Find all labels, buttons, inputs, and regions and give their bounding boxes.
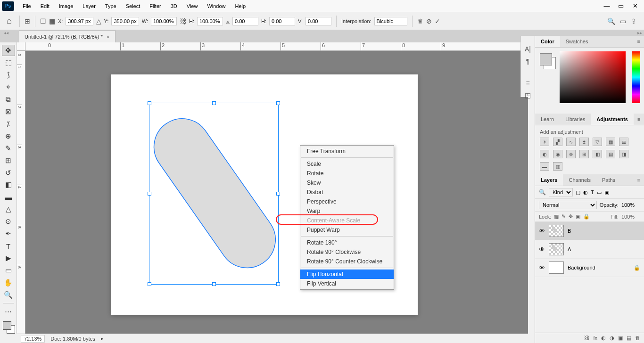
- adjustment-layer-icon[interactable]: ◑: [610, 335, 614, 341]
- h-value[interactable]: 100.00%: [197, 17, 223, 25]
- color-tab[interactable]: Color: [535, 36, 560, 47]
- ruler-horizontal[interactable]: 0123456789: [25, 42, 528, 51]
- pen-tool[interactable]: ✒: [2, 228, 15, 239]
- context-rotate-90-counter-clockwise[interactable]: Rotate 90° Counter Clockwise: [300, 257, 394, 266]
- transform-handle-e[interactable]: [276, 192, 280, 196]
- menu-edit[interactable]: Edit: [36, 1, 54, 11]
- eyedropper-tool[interactable]: ⁒: [2, 118, 15, 130]
- type-tool[interactable]: T: [2, 240, 15, 252]
- gradient-tool[interactable]: ▬: [2, 191, 15, 203]
- eraser-tool[interactable]: ◧: [2, 179, 15, 190]
- minimize-button[interactable]: —: [600, 1, 614, 11]
- blend-mode-select[interactable]: Normal: [539, 201, 597, 209]
- color-swatches[interactable]: [2, 320, 15, 334]
- interpolation-value[interactable]: Bicubic: [374, 17, 407, 25]
- menu-3d[interactable]: 3D: [166, 1, 182, 11]
- brush-tool[interactable]: ✎: [2, 143, 15, 154]
- doc-info-chevron-icon[interactable]: ▸: [101, 335, 104, 342]
- bw-icon[interactable]: ◐: [540, 150, 549, 158]
- layer-thumbnail[interactable]: [549, 225, 564, 237]
- levels-icon[interactable]: ▞: [553, 138, 562, 146]
- layer-name[interactable]: B: [568, 228, 571, 234]
- transform-handle-se[interactable]: [276, 282, 280, 286]
- context-scale[interactable]: Scale: [300, 159, 394, 169]
- curves-icon[interactable]: ∿: [566, 138, 576, 146]
- context-puppet-warp[interactable]: Puppet Warp: [300, 225, 394, 235]
- shape-tool[interactable]: ▭: [2, 265, 15, 276]
- layer-visibility-icon[interactable]: 👁: [539, 264, 545, 271]
- menu-window[interactable]: Window: [202, 1, 230, 11]
- layers-tab[interactable]: Layers: [535, 174, 563, 186]
- tab-close-icon[interactable]: ×: [107, 34, 109, 40]
- transform-handle-sw[interactable]: [148, 282, 151, 286]
- adjustments-tab[interactable]: Adjustments: [591, 114, 634, 125]
- paragraph-panel-icon[interactable]: ¶: [526, 57, 530, 65]
- channel-mixer-icon[interactable]: ⊚: [566, 150, 576, 158]
- exposure-icon[interactable]: ±: [579, 138, 589, 146]
- magic-wand-tool[interactable]: ✧: [2, 82, 15, 93]
- dock-handle-icon[interactable]: ◂◂: [4, 30, 8, 35]
- transform-bounding-box[interactable]: [149, 103, 279, 285]
- workspace-icon[interactable]: ▭: [620, 17, 626, 25]
- filter-pixel-icon[interactable]: ▢: [576, 189, 580, 196]
- fg-color-indicator[interactable]: [540, 53, 552, 65]
- lock-pixels-icon[interactable]: ✎: [561, 213, 566, 220]
- context-distort[interactable]: Distort: [300, 188, 394, 197]
- layer-row[interactable]: 👁Background🔒: [535, 259, 644, 277]
- group-icon[interactable]: ▣: [618, 335, 623, 341]
- hand-tool[interactable]: ✋: [2, 277, 15, 288]
- layer-visibility-icon[interactable]: 👁: [539, 246, 545, 253]
- move-tool[interactable]: ✥: [2, 45, 15, 56]
- layer-row[interactable]: 👁A: [535, 240, 644, 259]
- hskew-value[interactable]: 0.00: [269, 17, 295, 25]
- menu-type[interactable]: Type: [100, 1, 121, 11]
- close-button[interactable]: ✕: [628, 1, 642, 11]
- dodge-tool[interactable]: ⊙: [2, 216, 15, 227]
- search-icon[interactable]: 🔍: [607, 17, 615, 25]
- context-rotate-180-[interactable]: Rotate 180°: [300, 238, 394, 247]
- cancel-transform-icon[interactable]: ⊘: [426, 17, 432, 25]
- blur-tool[interactable]: △: [2, 204, 15, 215]
- hue-slider[interactable]: [632, 51, 640, 103]
- transform-handle-ne[interactable]: [276, 101, 280, 105]
- fx-icon[interactable]: fx: [593, 335, 597, 341]
- layer-name[interactable]: A: [568, 246, 571, 252]
- zoom-tool[interactable]: 🔍: [2, 289, 15, 301]
- panel-menu-icon[interactable]: ≡: [634, 36, 644, 47]
- layer-filter-kind[interactable]: Kind: [549, 188, 573, 196]
- context-rotate[interactable]: Rotate: [300, 169, 394, 178]
- warp-mode-icon[interactable]: ♛: [417, 17, 423, 25]
- context-skew[interactable]: Skew: [300, 178, 394, 188]
- photo-filter-icon[interactable]: ◉: [553, 150, 562, 158]
- healing-tool[interactable]: ⊕: [2, 131, 15, 142]
- threshold-icon[interactable]: ◨: [619, 150, 628, 158]
- commit-transform-icon[interactable]: ✓: [435, 17, 440, 25]
- layer-visibility-icon[interactable]: 👁: [539, 228, 545, 235]
- vibrance-icon[interactable]: ▽: [593, 138, 602, 146]
- hue-sat-icon[interactable]: ▦: [606, 138, 615, 146]
- ruler-origin[interactable]: [17, 42, 25, 51]
- delete-layer-icon[interactable]: 🗑: [635, 335, 640, 341]
- lasso-tool[interactable]: ⟆: [2, 69, 15, 81]
- menu-help[interactable]: Help: [231, 1, 251, 11]
- mask-icon[interactable]: ◐: [601, 335, 606, 341]
- clone-stamp-tool[interactable]: ⊞: [2, 155, 15, 166]
- context-free-transform[interactable]: Free Transform: [300, 147, 394, 156]
- panel-menu-icon[interactable]: ≡: [634, 174, 644, 186]
- reference-point-icon[interactable]: ▦: [49, 17, 55, 25]
- share-icon[interactable]: ⇪: [631, 17, 636, 25]
- transform-handle-s[interactable]: [212, 282, 216, 286]
- link-icon[interactable]: ⛓: [180, 17, 186, 25]
- menu-layer[interactable]: Layer: [78, 1, 100, 11]
- rotation-value[interactable]: 0.00: [232, 17, 258, 25]
- invert-icon[interactable]: ◧: [593, 150, 602, 158]
- context-flip-vertical[interactable]: Flip Vertical: [300, 279, 394, 288]
- lock-transparency-icon[interactable]: ▩: [554, 213, 559, 220]
- paths-tab[interactable]: Paths: [596, 174, 621, 186]
- color-balance-icon[interactable]: ⚖: [619, 138, 628, 146]
- lock-all-icon[interactable]: 🔒: [583, 213, 590, 220]
- learn-tab[interactable]: Learn: [535, 114, 560, 125]
- filter-shape-icon[interactable]: ▭: [597, 189, 602, 196]
- checkbox-relative[interactable]: ☐: [40, 17, 46, 25]
- menu-file[interactable]: File: [18, 1, 36, 11]
